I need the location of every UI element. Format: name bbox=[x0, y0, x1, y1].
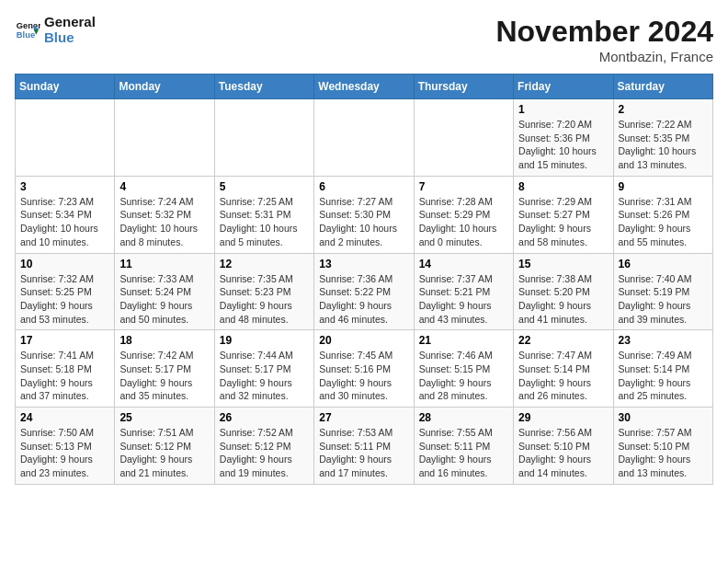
calendar-cell: 18Sunrise: 7:42 AM Sunset: 5:17 PM Dayli… bbox=[115, 330, 214, 408]
logo-line1: General bbox=[44, 15, 96, 30]
calendar-cell: 12Sunrise: 7:35 AM Sunset: 5:23 PM Dayli… bbox=[214, 253, 313, 330]
day-header-friday: Friday bbox=[514, 75, 613, 99]
calendar-header-row: SundayMondayTuesdayWednesdayThursdayFrid… bbox=[16, 75, 713, 99]
day-info: Sunrise: 7:22 AM Sunset: 5:35 PM Dayligh… bbox=[619, 118, 708, 172]
calendar-cell: 16Sunrise: 7:40 AM Sunset: 5:19 PM Dayli… bbox=[613, 253, 712, 330]
calendar-cell: 8Sunrise: 7:29 AM Sunset: 5:27 PM Daylig… bbox=[514, 176, 613, 253]
day-info: Sunrise: 7:40 AM Sunset: 5:19 PM Dayligh… bbox=[619, 272, 708, 327]
day-header-monday: Monday bbox=[115, 75, 214, 99]
day-info: Sunrise: 7:37 AM Sunset: 5:21 PM Dayligh… bbox=[419, 272, 508, 327]
day-number: 20 bbox=[319, 334, 408, 347]
calendar-cell: 7Sunrise: 7:28 AM Sunset: 5:29 PM Daylig… bbox=[414, 176, 513, 253]
day-number: 18 bbox=[119, 334, 209, 347]
day-number: 2 bbox=[619, 103, 708, 116]
day-info: Sunrise: 7:46 AM Sunset: 5:15 PM Dayligh… bbox=[419, 349, 508, 403]
calendar-cell bbox=[115, 99, 214, 177]
day-info: Sunrise: 7:38 AM Sunset: 5:20 PM Dayligh… bbox=[518, 272, 608, 327]
day-info: Sunrise: 7:36 AM Sunset: 5:22 PM Dayligh… bbox=[319, 272, 408, 327]
day-info: Sunrise: 7:52 AM Sunset: 5:12 PM Dayligh… bbox=[220, 426, 309, 480]
calendar-cell: 2Sunrise: 7:22 AM Sunset: 5:35 PM Daylig… bbox=[613, 99, 712, 177]
day-number: 21 bbox=[419, 334, 508, 347]
day-info: Sunrise: 7:35 AM Sunset: 5:23 PM Dayligh… bbox=[220, 272, 309, 327]
calendar-cell bbox=[314, 99, 414, 177]
day-number: 26 bbox=[220, 411, 309, 424]
day-number: 28 bbox=[419, 411, 508, 424]
day-info: Sunrise: 7:31 AM Sunset: 5:26 PM Dayligh… bbox=[619, 195, 708, 249]
day-info: Sunrise: 7:29 AM Sunset: 5:27 PM Dayligh… bbox=[518, 195, 608, 249]
calendar-cell: 3Sunrise: 7:23 AM Sunset: 5:34 PM Daylig… bbox=[16, 176, 115, 253]
day-info: Sunrise: 7:33 AM Sunset: 5:24 PM Dayligh… bbox=[119, 272, 209, 327]
day-info: Sunrise: 7:27 AM Sunset: 5:30 PM Dayligh… bbox=[319, 195, 408, 249]
calendar-cell bbox=[214, 99, 313, 177]
calendar-cell: 13Sunrise: 7:36 AM Sunset: 5:22 PM Dayli… bbox=[314, 253, 414, 330]
calendar-cell: 20Sunrise: 7:45 AM Sunset: 5:16 PM Dayli… bbox=[314, 330, 414, 408]
svg-text:Blue: Blue bbox=[17, 30, 35, 40]
day-number: 29 bbox=[518, 411, 608, 424]
month-title: November 2024 bbox=[495, 15, 713, 49]
day-number: 5 bbox=[220, 180, 309, 193]
day-info: Sunrise: 7:53 AM Sunset: 5:11 PM Dayligh… bbox=[319, 426, 408, 480]
calendar-cell: 23Sunrise: 7:49 AM Sunset: 5:14 PM Dayli… bbox=[613, 330, 712, 408]
day-number: 17 bbox=[20, 334, 109, 347]
calendar-cell: 1Sunrise: 7:20 AM Sunset: 5:36 PM Daylig… bbox=[514, 99, 613, 177]
title-block: November 2024 Montbazin, France bbox=[495, 15, 713, 64]
calendar-cell: 6Sunrise: 7:27 AM Sunset: 5:30 PM Daylig… bbox=[314, 176, 414, 253]
day-info: Sunrise: 7:32 AM Sunset: 5:25 PM Dayligh… bbox=[20, 272, 109, 327]
day-number: 10 bbox=[20, 258, 109, 270]
day-header-wednesday: Wednesday bbox=[314, 75, 414, 99]
day-number: 22 bbox=[518, 334, 608, 347]
day-info: Sunrise: 7:49 AM Sunset: 5:14 PM Dayligh… bbox=[619, 349, 708, 403]
day-number: 16 bbox=[619, 258, 708, 270]
day-number: 11 bbox=[119, 258, 209, 270]
calendar-cell: 25Sunrise: 7:51 AM Sunset: 5:12 PM Dayli… bbox=[115, 408, 214, 485]
calendar-cell: 19Sunrise: 7:44 AM Sunset: 5:17 PM Dayli… bbox=[214, 330, 313, 408]
day-header-tuesday: Tuesday bbox=[214, 75, 313, 99]
day-number: 12 bbox=[220, 258, 309, 270]
logo: General Blue General Blue bbox=[15, 15, 96, 45]
location: Montbazin, France bbox=[495, 49, 713, 64]
logo-icon: General Blue bbox=[15, 17, 40, 43]
day-number: 27 bbox=[319, 411, 408, 424]
calendar-cell: 5Sunrise: 7:25 AM Sunset: 5:31 PM Daylig… bbox=[214, 176, 313, 253]
day-number: 25 bbox=[119, 411, 209, 424]
day-number: 14 bbox=[419, 258, 508, 270]
calendar-cell: 26Sunrise: 7:52 AM Sunset: 5:12 PM Dayli… bbox=[214, 408, 313, 485]
week-row-4: 17Sunrise: 7:41 AM Sunset: 5:18 PM Dayli… bbox=[16, 330, 713, 408]
day-info: Sunrise: 7:51 AM Sunset: 5:12 PM Dayligh… bbox=[119, 426, 209, 480]
calendar-cell: 24Sunrise: 7:50 AM Sunset: 5:13 PM Dayli… bbox=[16, 408, 115, 485]
calendar-cell: 15Sunrise: 7:38 AM Sunset: 5:20 PM Dayli… bbox=[514, 253, 613, 330]
day-number: 19 bbox=[220, 334, 309, 347]
day-info: Sunrise: 7:56 AM Sunset: 5:10 PM Dayligh… bbox=[518, 426, 608, 480]
calendar-cell: 4Sunrise: 7:24 AM Sunset: 5:32 PM Daylig… bbox=[115, 176, 214, 253]
day-number: 4 bbox=[119, 180, 209, 193]
day-info: Sunrise: 7:20 AM Sunset: 5:36 PM Dayligh… bbox=[518, 118, 608, 172]
calendar-cell: 21Sunrise: 7:46 AM Sunset: 5:15 PM Dayli… bbox=[414, 330, 513, 408]
calendar-cell: 14Sunrise: 7:37 AM Sunset: 5:21 PM Dayli… bbox=[414, 253, 513, 330]
day-info: Sunrise: 7:47 AM Sunset: 5:14 PM Dayligh… bbox=[518, 349, 608, 403]
day-number: 24 bbox=[20, 411, 109, 424]
day-info: Sunrise: 7:25 AM Sunset: 5:31 PM Dayligh… bbox=[220, 195, 309, 249]
day-info: Sunrise: 7:50 AM Sunset: 5:13 PM Dayligh… bbox=[20, 426, 109, 480]
day-info: Sunrise: 7:42 AM Sunset: 5:17 PM Dayligh… bbox=[119, 349, 209, 403]
day-info: Sunrise: 7:44 AM Sunset: 5:17 PM Dayligh… bbox=[220, 349, 309, 403]
calendar-cell: 17Sunrise: 7:41 AM Sunset: 5:18 PM Dayli… bbox=[16, 330, 115, 408]
logo-line2: Blue bbox=[44, 30, 96, 46]
calendar-cell: 27Sunrise: 7:53 AM Sunset: 5:11 PM Dayli… bbox=[314, 408, 414, 485]
day-number: 7 bbox=[419, 180, 508, 193]
calendar-cell: 9Sunrise: 7:31 AM Sunset: 5:26 PM Daylig… bbox=[613, 176, 712, 253]
day-info: Sunrise: 7:24 AM Sunset: 5:32 PM Dayligh… bbox=[119, 195, 209, 249]
day-number: 30 bbox=[619, 411, 708, 424]
day-header-saturday: Saturday bbox=[613, 75, 712, 99]
day-header-sunday: Sunday bbox=[16, 75, 115, 99]
calendar-cell: 29Sunrise: 7:56 AM Sunset: 5:10 PM Dayli… bbox=[514, 408, 613, 485]
calendar-cell: 28Sunrise: 7:55 AM Sunset: 5:11 PM Dayli… bbox=[414, 408, 513, 485]
page-header: General Blue General Blue November 2024 … bbox=[15, 15, 713, 64]
day-info: Sunrise: 7:45 AM Sunset: 5:16 PM Dayligh… bbox=[319, 349, 408, 403]
calendar-cell: 10Sunrise: 7:32 AM Sunset: 5:25 PM Dayli… bbox=[16, 253, 115, 330]
day-info: Sunrise: 7:57 AM Sunset: 5:10 PM Dayligh… bbox=[619, 426, 708, 480]
day-info: Sunrise: 7:41 AM Sunset: 5:18 PM Dayligh… bbox=[20, 349, 109, 403]
day-number: 9 bbox=[619, 180, 708, 193]
day-number: 3 bbox=[20, 180, 109, 193]
week-row-3: 10Sunrise: 7:32 AM Sunset: 5:25 PM Dayli… bbox=[16, 253, 713, 330]
day-info: Sunrise: 7:23 AM Sunset: 5:34 PM Dayligh… bbox=[20, 195, 109, 249]
